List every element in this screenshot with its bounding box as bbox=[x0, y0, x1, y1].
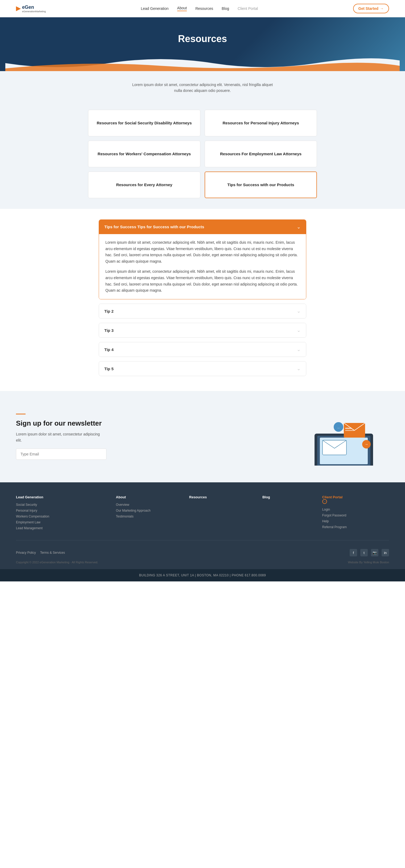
nav-about[interactable]: About bbox=[177, 6, 187, 11]
cards-section: Resources for Social Security Disability… bbox=[0, 104, 405, 209]
card-tips-success[interactable]: Tips for Success with our Products bbox=[205, 172, 317, 198]
newsletter-accent bbox=[16, 414, 26, 414]
footer-divider bbox=[16, 540, 389, 540]
footer-link-personal-injury[interactable]: Personal Injury bbox=[16, 509, 37, 513]
terms-link[interactable]: Terms & Services bbox=[40, 551, 65, 555]
newsletter-desc: Lorem ipsum dolor sit amet, consectetur … bbox=[16, 431, 106, 443]
accordion-header-3[interactable]: Tip 4 ⌄ bbox=[99, 342, 306, 356]
newsletter-illustration: → ... bbox=[299, 407, 389, 466]
page-title: Resources bbox=[5, 33, 400, 55]
footer: Lead Generation Social Security Personal… bbox=[0, 482, 405, 569]
nav-blog[interactable]: Blog bbox=[222, 6, 229, 11]
card-label: Resources For Employment Law Attorneys bbox=[220, 152, 302, 156]
svg-text:...: ... bbox=[337, 426, 340, 429]
accordion-title-4: Tip 5 bbox=[104, 367, 114, 371]
card-social-security[interactable]: Resources for Social Security Disability… bbox=[88, 110, 200, 136]
card-label: Resources for Social Security Disability… bbox=[97, 121, 192, 125]
footer-bottom-row: Copyright © 2022 eGeneration Marketing ·… bbox=[16, 561, 389, 569]
facebook-icon[interactable]: f bbox=[350, 549, 357, 556]
logo[interactable]: ▶ eGen eGenerationMarketing bbox=[16, 4, 46, 13]
address-text: BUILDING 326 A STREET, UNIT 1A | BOSTON,… bbox=[139, 574, 266, 577]
svg-rect-6 bbox=[345, 430, 355, 431]
footer-heading-client-portal: Client Portal → bbox=[322, 495, 389, 504]
navbar: ▶ eGen eGenerationMarketing Lead Generat… bbox=[0, 0, 405, 17]
accordion-item-2: Tip 3 ⌄ bbox=[99, 323, 306, 338]
hero-section: Resources bbox=[0, 17, 405, 71]
nav-lead-generation[interactable]: Lead Generation bbox=[141, 6, 168, 11]
footer-yelling-mule: Website By Yelling Mule Boston bbox=[348, 561, 389, 566]
card-label: Tips for Success with our Products bbox=[227, 182, 294, 187]
footer-heading-about: About bbox=[116, 495, 183, 499]
accordion-body-0: Lorem ipsum dolor sit amet, consectetur … bbox=[99, 234, 306, 299]
get-started-label: Get Started bbox=[359, 6, 378, 11]
footer-social-icons: f t 📷 in bbox=[350, 549, 389, 556]
newsletter-title: Sign up for our newsletter bbox=[16, 419, 106, 428]
card-workers-comp[interactable]: Resources for Workers' Compensation Atto… bbox=[88, 141, 200, 167]
logo-icon: ▶ bbox=[16, 5, 21, 12]
card-label: Resources for Workers' Compensation Atto… bbox=[98, 152, 191, 156]
accordion-chevron-3: ⌄ bbox=[297, 346, 301, 352]
accordion-header-4[interactable]: Tip 5 ⌄ bbox=[99, 362, 306, 376]
logo-sub: eGenerationMarketing bbox=[22, 10, 46, 13]
accordion-para-0-0: Lorem ipsum dolor sit amet, consectetur … bbox=[105, 240, 300, 265]
accordion-title-0: Tips for Success Tips for Success with o… bbox=[104, 224, 204, 229]
footer-link-employment-law[interactable]: Employment Law bbox=[16, 520, 40, 524]
instagram-icon[interactable]: 📷 bbox=[371, 549, 378, 556]
intro-section: Lorem ipsum dolor sit amet, consectetur … bbox=[0, 71, 405, 104]
email-input[interactable] bbox=[16, 448, 106, 460]
footer-client-portal-label: Client Portal bbox=[322, 495, 343, 499]
footer-link-login[interactable]: Login bbox=[322, 508, 330, 512]
footer-bottom: Privacy Policy Terms & Services f t 📷 in bbox=[16, 545, 389, 561]
card-every-attorney[interactable]: Resources for Every Attorney bbox=[88, 172, 200, 198]
footer-bottom-links: Privacy Policy Terms & Services bbox=[16, 551, 65, 555]
intro-text: Lorem ipsum dolor sit amet, consectetur … bbox=[128, 82, 277, 94]
accordion-header-1[interactable]: Tip 2 ⌄ bbox=[99, 304, 306, 318]
accordion-title-2: Tip 3 bbox=[104, 328, 114, 333]
footer-link-overview[interactable]: Overview bbox=[116, 503, 129, 506]
get-started-icon: → bbox=[380, 6, 384, 11]
accordion-header-2[interactable]: Tip 3 ⌄ bbox=[99, 323, 306, 337]
accordion-item-0: Tips for Success Tips for Success with o… bbox=[99, 219, 306, 299]
accordion-item-4: Tip 5 ⌄ bbox=[99, 361, 306, 376]
accordion-item-3: Tip 4 ⌄ bbox=[99, 342, 306, 357]
card-employment-law[interactable]: Resources For Employment Law Attorneys bbox=[205, 141, 317, 167]
nav-resources[interactable]: Resources bbox=[195, 6, 213, 11]
footer-copyright: Copyright © 2022 eGeneration Marketing ·… bbox=[16, 561, 98, 566]
accordion-section: Tips for Success Tips for Success with o… bbox=[83, 209, 322, 391]
accordion-chevron-1: ⌄ bbox=[297, 308, 301, 314]
twitter-icon[interactable]: t bbox=[360, 549, 368, 556]
accordion-title-3: Tip 4 bbox=[104, 347, 114, 352]
footer-col-blog: Blog bbox=[262, 495, 316, 532]
footer-link-testimonials[interactable]: Testimonials bbox=[116, 515, 134, 518]
accordion-item-1: Tip 2 ⌄ bbox=[99, 304, 306, 318]
cards-grid: Resources for Social Security Disability… bbox=[88, 110, 317, 198]
footer-link-help[interactable]: Help bbox=[322, 519, 329, 523]
card-label: Resources for Every Attorney bbox=[116, 182, 172, 187]
privacy-policy-link[interactable]: Privacy Policy bbox=[16, 551, 36, 555]
card-label: Resources for Personal Injury Attorneys bbox=[223, 121, 299, 125]
linkedin-icon[interactable]: in bbox=[381, 549, 389, 556]
logo-brand: eGen bbox=[22, 4, 34, 10]
card-personal-injury[interactable]: Resources for Personal Injury Attorneys bbox=[205, 110, 317, 136]
footer-heading-lead-gen: Lead Generation bbox=[16, 495, 110, 499]
newsletter-left: Sign up for our newsletter Lorem ipsum d… bbox=[16, 414, 106, 460]
footer-col-client-portal: Client Portal → Login Forgot Password He… bbox=[322, 495, 389, 532]
footer-link-referral[interactable]: Referral Program bbox=[322, 525, 347, 529]
accordion-chevron-4: ⌄ bbox=[297, 366, 301, 372]
svg-text:→: → bbox=[365, 442, 368, 446]
hero-wave bbox=[5, 55, 400, 71]
footer-link-forgot-password[interactable]: Forgot Password bbox=[322, 514, 346, 517]
accordion-chevron-0: ⌄ bbox=[297, 224, 301, 230]
footer-heading-blog: Blog bbox=[262, 495, 316, 499]
footer-col-about: About Overview Our Marketing Approach Te… bbox=[116, 495, 183, 532]
nav-client-portal[interactable]: Client Portal bbox=[238, 6, 258, 11]
footer-link-lead-mgmt[interactable]: Lead Management bbox=[16, 526, 42, 530]
footer-link-workers-comp[interactable]: Workers Compensation bbox=[16, 515, 49, 518]
footer-link-social-security[interactable]: Social Security bbox=[16, 503, 37, 506]
nav-links: Lead Generation About Resources Blog Cli… bbox=[141, 6, 258, 11]
accordion-chevron-2: ⌄ bbox=[297, 327, 301, 333]
svg-rect-5 bbox=[345, 428, 352, 429]
accordion-header-0[interactable]: Tips for Success Tips for Success with o… bbox=[99, 220, 306, 234]
get-started-button[interactable]: Get Started → bbox=[353, 4, 389, 13]
footer-link-marketing[interactable]: Our Marketing Approach bbox=[116, 509, 150, 513]
